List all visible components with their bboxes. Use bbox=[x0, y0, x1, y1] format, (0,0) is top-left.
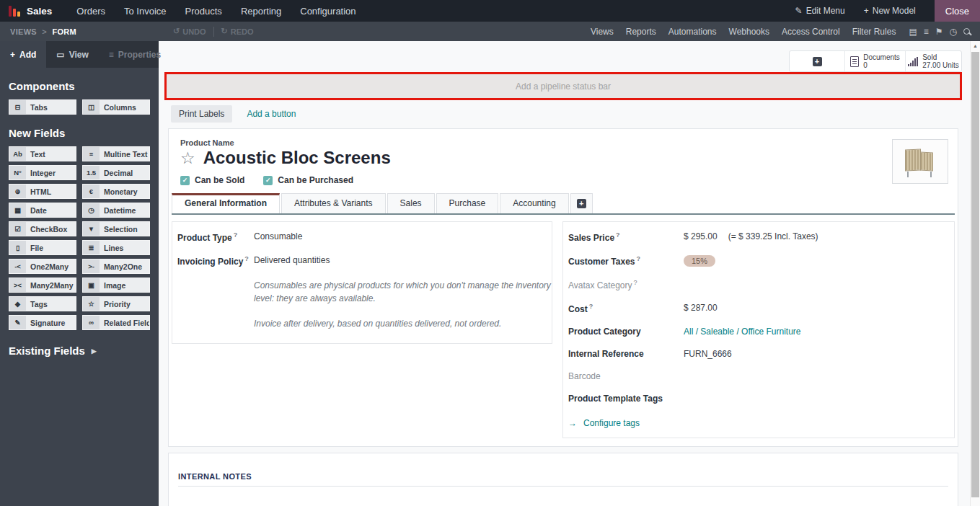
customer-taxes-label[interactable]: Customer Taxes? bbox=[568, 255, 684, 267]
app-brand[interactable]: Sales bbox=[0, 5, 61, 17]
tab-general-information[interactable]: General Information bbox=[172, 193, 280, 213]
star-icon: ☆ bbox=[83, 297, 100, 311]
sidebar-tab-view[interactable]: ▭ View bbox=[46, 41, 98, 68]
studio-menu-reports[interactable]: Reports bbox=[626, 27, 656, 37]
print-labels-button[interactable]: Print Labels bbox=[171, 105, 232, 123]
field-label: Priority bbox=[100, 297, 131, 311]
list-view-icon[interactable]: ≡ bbox=[924, 27, 929, 37]
tab-attributes-variants[interactable]: Attributes & Variants bbox=[281, 193, 386, 213]
internal-reference-value[interactable]: FURN_6666 bbox=[684, 349, 954, 359]
field-image[interactable]: ▣Image bbox=[82, 278, 150, 293]
component-tabs[interactable]: ⊟ Tabs bbox=[9, 99, 76, 115]
sales-price-value[interactable]: $ 295.00(= $ 339.25 Incl. Taxes) bbox=[684, 231, 954, 241]
existing-fields-toggle[interactable]: Existing Fields ▶ bbox=[9, 345, 150, 357]
field-monetary[interactable]: €Monetary bbox=[82, 184, 150, 199]
product-title[interactable]: Acoustic Bloc Screens bbox=[203, 148, 391, 168]
undo-button[interactable]: ↺ UNDO bbox=[173, 27, 206, 36]
search-icon[interactable] bbox=[963, 28, 970, 35]
menu-products[interactable]: Products bbox=[185, 6, 222, 17]
product-image[interactable] bbox=[892, 139, 948, 184]
field-related[interactable]: ∞Related Field bbox=[82, 315, 150, 330]
field-checkbox[interactable]: ☑CheckBox bbox=[9, 221, 76, 236]
field-tags[interactable]: ◆Tags bbox=[9, 296, 76, 311]
edit-menu-label: Edit Menu bbox=[806, 6, 845, 16]
calendar-icon: ▦ bbox=[9, 203, 26, 217]
kanban-card-icon[interactable]: ▤ bbox=[909, 27, 917, 37]
add-tab-button[interactable]: + bbox=[570, 193, 593, 213]
field-one2many[interactable]: -<One2Many bbox=[9, 259, 76, 274]
component-columns[interactable]: ◫ Columns bbox=[82, 99, 150, 115]
studio-menu-views[interactable]: Views bbox=[591, 27, 614, 37]
internal-notes-title[interactable]: INTERNAL NOTES bbox=[178, 472, 948, 487]
field-internal-reference: Internal Reference FURN_6666 bbox=[563, 342, 954, 365]
redo-button[interactable]: ↻ REDO bbox=[221, 27, 254, 36]
field-decimal[interactable]: 1.5Decimal bbox=[82, 165, 150, 180]
new-model-button[interactable]: + New Model bbox=[864, 6, 916, 16]
barcode-label[interactable]: Barcode bbox=[568, 371, 684, 381]
field-signature[interactable]: ✎Signature bbox=[9, 315, 76, 330]
scrollbar-thumb[interactable] bbox=[971, 52, 979, 497]
favorite-star-icon[interactable]: ☆ bbox=[180, 150, 195, 167]
tabs-icon: ⊟ bbox=[9, 100, 26, 114]
field-multiline-text[interactable]: ≡Multine Text bbox=[82, 146, 150, 161]
product-type-label[interactable]: Product Type? bbox=[177, 231, 254, 243]
configure-tags-link[interactable]: → Configure tags bbox=[563, 409, 954, 435]
invoicing-policy-label[interactable]: Invoicing Policy? bbox=[177, 255, 254, 267]
product-category-label[interactable]: Product Category bbox=[568, 327, 684, 337]
product-type-value[interactable]: Consumable bbox=[254, 231, 552, 241]
menu-to-invoice[interactable]: To Invoice bbox=[124, 6, 167, 17]
tax-tag[interactable]: 15% bbox=[684, 255, 715, 267]
field-integer[interactable]: N°Integer bbox=[9, 165, 76, 180]
vertical-scrollbar[interactable]: ▲ bbox=[970, 41, 980, 506]
add-a-button-link[interactable]: Add a button bbox=[247, 109, 296, 119]
scroll-up-arrow[interactable]: ▲ bbox=[971, 41, 980, 48]
field-label: Many2One bbox=[100, 259, 142, 273]
flag-icon[interactable]: ⚑ bbox=[935, 27, 943, 37]
cost-label[interactable]: Cost? bbox=[568, 303, 684, 314]
sidebar-tab-add[interactable]: + Add bbox=[0, 41, 46, 68]
component-label: Columns bbox=[100, 100, 136, 114]
tab-accounting[interactable]: Accounting bbox=[500, 193, 568, 213]
app-name[interactable]: Sales bbox=[27, 6, 52, 17]
product-template-tags-label[interactable]: Product Template Tags bbox=[568, 394, 684, 404]
cost-value[interactable]: $ 287.00 bbox=[684, 303, 954, 313]
product-category-link[interactable]: All / Saleable / Office Furniture bbox=[684, 327, 954, 337]
clock-icon[interactable]: ◷ bbox=[950, 27, 957, 37]
studio-menu-filter-rules[interactable]: Filter Rules bbox=[852, 27, 896, 37]
field-datetime[interactable]: ◷Datetime bbox=[82, 203, 150, 218]
field-selection[interactable]: ▼Selection bbox=[82, 221, 150, 236]
menu-configuration[interactable]: Configuration bbox=[300, 6, 356, 17]
sales-price-label[interactable]: Sales Price? bbox=[568, 231, 684, 243]
field-priority[interactable]: ☆Priority bbox=[82, 296, 150, 311]
sold-stat-button[interactable]: Sold 27.00 Units bbox=[905, 51, 961, 71]
can-be-sold-checkbox[interactable]: ✓ Can be Sold bbox=[180, 175, 244, 185]
documents-stat-button[interactable]: Documents 0 bbox=[844, 51, 905, 71]
menu-reporting[interactable]: Reporting bbox=[241, 6, 281, 17]
text-icon: Ab bbox=[9, 147, 26, 161]
tab-sales[interactable]: Sales bbox=[387, 193, 435, 213]
field-label: HTML bbox=[26, 185, 51, 198]
studio-menu-automations[interactable]: Automations bbox=[668, 27, 717, 37]
field-date[interactable]: ▦Date bbox=[9, 203, 76, 218]
add-stat-button[interactable]: + bbox=[790, 51, 844, 71]
avatax-category-label[interactable]: Avatax Category? bbox=[568, 279, 684, 290]
pipeline-status-bar-placeholder[interactable]: Add a pipeline status bar bbox=[164, 72, 962, 100]
field-avatax-category: Avatax Category? bbox=[563, 272, 954, 296]
tab-purchase[interactable]: Purchase bbox=[436, 193, 499, 213]
invoicing-policy-value[interactable]: Delivered quantities bbox=[254, 255, 552, 265]
field-file[interactable]: ▯File bbox=[9, 240, 76, 255]
undo-icon: ↺ bbox=[173, 27, 180, 36]
internal-reference-label[interactable]: Internal Reference bbox=[568, 349, 684, 359]
field-text[interactable]: AbText bbox=[9, 146, 76, 161]
menu-orders[interactable]: Orders bbox=[76, 6, 105, 17]
field-lines[interactable]: ≣Lines bbox=[82, 240, 150, 255]
edit-menu-button[interactable]: ✎ Edit Menu bbox=[795, 6, 845, 16]
studio-menu-webhooks[interactable]: Webhooks bbox=[729, 27, 769, 37]
field-html[interactable]: ⊕HTML bbox=[9, 184, 76, 199]
breadcrumb-views[interactable]: VIEWS bbox=[10, 27, 37, 36]
close-studio-button[interactable]: Close bbox=[935, 0, 980, 22]
field-many2one[interactable]: >-Many2One bbox=[82, 259, 150, 274]
studio-menu-access-control[interactable]: Access Control bbox=[782, 27, 840, 37]
can-be-purchased-checkbox[interactable]: ✓ Can be Purchased bbox=[263, 175, 353, 185]
field-many2many[interactable]: ><Many2Many bbox=[9, 278, 76, 293]
